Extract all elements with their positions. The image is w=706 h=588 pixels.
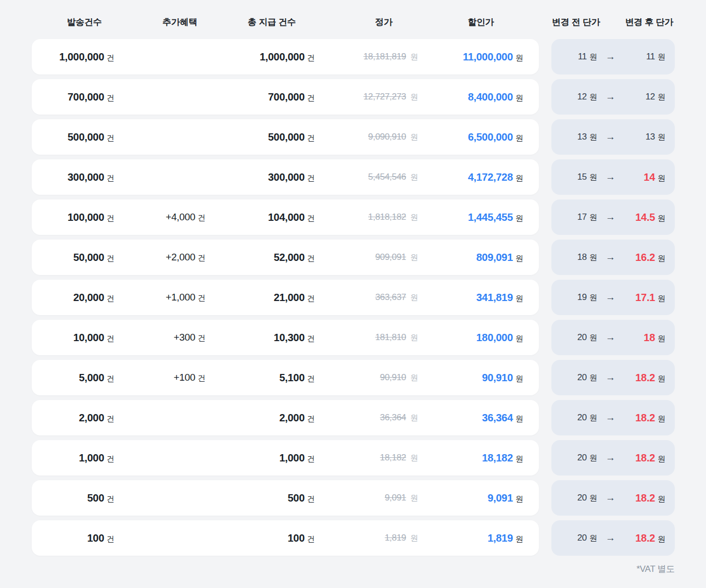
unit-price-before-value: 20 [577, 372, 587, 383]
cell-list-price: 5,454,546 원 [321, 172, 425, 182]
total-count-value: 700,000 [268, 91, 305, 103]
cell-discount-price: 9,091 원 [425, 492, 539, 504]
list-price-value: 18,182 [379, 453, 408, 463]
discount-price-value: 180,000 [476, 332, 513, 344]
cell-send-count: 2,000 건 [32, 412, 120, 424]
send-count-value: 2,000 [79, 412, 104, 424]
arrow-right-icon: → [597, 171, 624, 183]
plan-card: 20,000 건 +1,000 건 21,000 건 363,637 원 341… [32, 280, 539, 315]
currency-unit: 원 [515, 53, 523, 63]
unit-price-before: 17 원 [551, 212, 597, 222]
plan-card: 500,000 건 건 500,000 건 9,090,910 원 6,500,… [32, 119, 539, 155]
currency-unit: 원 [589, 373, 597, 383]
send-count-value: 500 [87, 492, 104, 504]
table-row: 5,000 건 +100 건 5,100 건 90,910 원 90,910 원 [32, 360, 675, 395]
cell-total-count: 300,000 건 [211, 171, 321, 183]
total-count-value: 52,000 [274, 252, 305, 264]
unit-price-after: 17.1 원 [624, 292, 665, 304]
discount-price-value: 6,500,000 [468, 131, 513, 143]
cell-list-price: 181,810 원 [321, 332, 425, 343]
count-unit: 건 [307, 254, 315, 264]
currency-unit: 원 [658, 173, 665, 183]
count-unit: 건 [307, 53, 315, 63]
currency-unit: 원 [658, 374, 665, 384]
currency-unit: 원 [410, 52, 418, 62]
cell-list-price: 363,637 원 [321, 292, 425, 303]
send-count-value: 500,000 [68, 131, 104, 143]
currency-unit: 원 [410, 212, 418, 222]
total-count-value: 500 [288, 492, 305, 504]
currency-unit: 원 [515, 173, 523, 183]
unit-price-after: 18.2 원 [624, 412, 665, 424]
bonus-value: +1,000 [166, 292, 195, 303]
arrow-right-icon: → [597, 532, 624, 544]
cell-send-count: 1,000,000 건 [32, 51, 120, 63]
send-count-value: 20,000 [73, 292, 104, 304]
send-count-value: 700,000 [68, 91, 104, 103]
currency-unit: 원 [658, 294, 665, 304]
cell-send-count: 500 건 [32, 492, 120, 504]
unit-price-before: 13 원 [551, 132, 597, 142]
unit-price-before-value: 20 [577, 453, 587, 463]
table-footer: *VAT 별도 [32, 563, 675, 574]
currency-unit: 원 [589, 333, 597, 343]
header-send-count: 발송건수 [40, 16, 129, 28]
cell-discount-price: 90,910 원 [425, 372, 539, 384]
arrow-right-icon: → [597, 91, 624, 103]
unit-price-after: 12 원 [624, 92, 665, 102]
cell-total-count: 52,000 건 [211, 252, 321, 264]
currency-unit: 원 [410, 132, 418, 142]
unit-price-card: 20 원 → 18.2 원 [551, 400, 675, 435]
header-unit-before: 변경 전 단가 [552, 16, 600, 28]
currency-unit: 원 [589, 132, 597, 142]
arrow-right-icon: → [597, 131, 624, 143]
count-unit: 건 [307, 494, 315, 504]
arrow-right-icon: → [597, 492, 624, 504]
unit-price-before: 18 원 [551, 252, 597, 262]
unit-price-card: 20 원 → 18 원 [551, 320, 675, 355]
unit-price-before-value: 19 [577, 292, 587, 303]
arrow-right-icon: → [597, 51, 624, 62]
currency-unit: 원 [515, 494, 523, 504]
unit-price-after: 18.2 원 [624, 372, 665, 384]
currency-unit: 원 [410, 413, 418, 423]
table-row: 50,000 건 +2,000 건 52,000 건 909,091 원 809… [32, 240, 675, 275]
currency-unit: 원 [658, 52, 665, 62]
unit-price-after: 18.2 원 [624, 492, 665, 504]
unit-price-after: 14.5 원 [624, 211, 665, 223]
vat-note: *VAT 별도 [637, 564, 675, 574]
unit-price-after-value: 16.2 [635, 252, 655, 264]
plan-card: 300,000 건 건 300,000 건 5,454,546 원 4,172,… [32, 159, 539, 195]
cell-total-count: 21,000 건 [211, 292, 321, 304]
unit-price-card: 20 원 → 18.2 원 [551, 360, 675, 395]
cell-discount-price: 1,819 원 [425, 532, 539, 544]
cell-discount-price: 809,091 원 [425, 252, 539, 264]
count-unit: 건 [307, 334, 315, 344]
currency-unit: 원 [658, 454, 665, 464]
cell-list-price: 1,819 원 [321, 533, 425, 543]
currency-unit: 원 [515, 93, 523, 103]
header-unit-after: 변경 후 단가 [625, 16, 673, 28]
currency-unit: 원 [658, 214, 665, 223]
unit-price-card: 20 원 → 18.2 원 [551, 480, 675, 516]
total-count-value: 2,000 [279, 412, 305, 424]
cell-send-count: 700,000 건 [32, 91, 120, 103]
unit-price-before: 15 원 [551, 172, 597, 182]
unit-price-card: 13 원 → 13 원 [551, 119, 675, 155]
unit-price-before-value: 20 [577, 493, 587, 503]
list-price-value: 9,091 [383, 493, 408, 503]
count-unit: 건 [307, 214, 315, 223]
unit-price-after-value: 14.5 [635, 211, 655, 223]
unit-price-before: 20 원 [551, 332, 597, 343]
total-count-value: 21,000 [274, 292, 305, 304]
cell-list-price: 18,181,819 원 [321, 52, 425, 62]
cell-list-price: 9,090,910 원 [321, 132, 425, 142]
cell-send-count: 300,000 건 [32, 171, 120, 183]
cell-discount-price: 11,000,000 원 [425, 51, 539, 63]
unit-price-card: 17 원 → 14.5 원 [551, 199, 675, 235]
table-row: 500,000 건 건 500,000 건 9,090,910 원 6,500,… [32, 119, 675, 155]
pricing-table-page: 발송건수 추가혜택 총 지급 건수 정가 할인가 변경 전 단가 변경 후 단가… [0, 0, 706, 588]
plan-card: 2,000 건 건 2,000 건 36,364 원 36,364 원 [32, 400, 539, 435]
unit-price-after: 14 원 [624, 171, 665, 183]
cell-total-count: 1,000 건 [211, 452, 321, 464]
